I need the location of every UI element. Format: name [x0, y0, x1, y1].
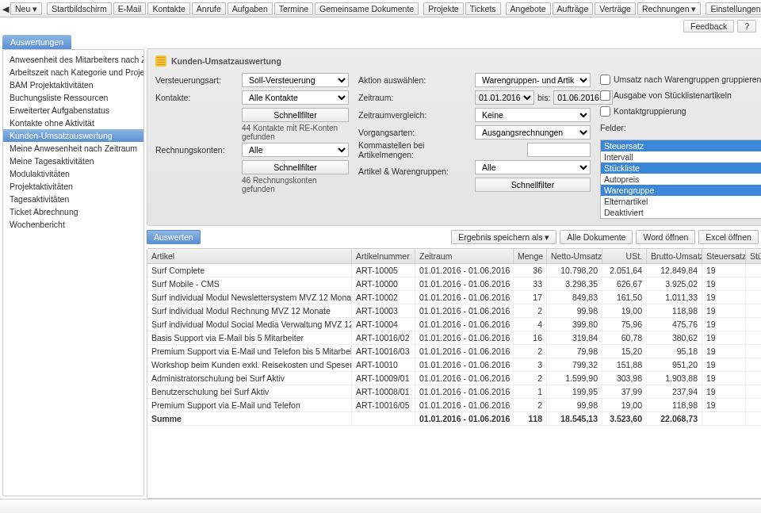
menu-auftraege[interactable]: Aufträge	[553, 2, 594, 15]
menu-gemeinsame-dokumente[interactable]: Gemeinsame Dokumente	[315, 2, 419, 15]
table-row[interactable]: Surf individual Modul Social Media Verwa…	[147, 318, 761, 331]
column-header[interactable]: Steuersatz	[702, 249, 746, 263]
menu-email[interactable]: E-Mail	[113, 2, 147, 15]
table-row[interactable]: Surf Mobile - CMSART-1000001.01.2016 - 0…	[147, 277, 761, 291]
sidebar-item[interactable]: Buchungsliste Ressourcen	[3, 91, 143, 104]
label-vorgangsarten: Vorgangsarten:	[358, 125, 465, 140]
hint-rechnungskonten: 46 Rechnungskonten gefunden	[242, 178, 349, 192]
nav-prev-icon[interactable]: ◀	[2, 3, 9, 14]
column-header[interactable]: Zeitraum	[415, 249, 514, 263]
feld-option[interactable]: Intervall	[601, 151, 761, 163]
tab-auswertungen[interactable]: Auswertungen	[2, 35, 71, 49]
help-button[interactable]: ?	[737, 20, 756, 33]
cb-kontaktgruppierung[interactable]	[600, 106, 610, 117]
table-row[interactable]: Basis Support via E-Mail bis 5 Mitarbeit…	[147, 331, 761, 345]
column-header[interactable]: Stückliste	[746, 249, 761, 263]
label-bis: bis:	[537, 93, 550, 102]
select-artikel-warengruppen[interactable]: Alle	[475, 160, 591, 174]
sidebar-item[interactable]: BAM Projektaktivitäten	[3, 78, 143, 91]
select-aktion[interactable]: Warengruppen- und Artikelauswertung	[475, 73, 591, 87]
menu-kontakte[interactable]: Kontakte	[147, 2, 189, 15]
menu-einstellungen[interactable]: Einstellungen	[706, 2, 761, 15]
select-versteuerungsart[interactable]: Soll-Versteuerung	[242, 73, 349, 87]
table-row[interactable]: Premium Support via E-Mail und Telefon b…	[147, 345, 761, 358]
table-row[interactable]: Surf individual Modul Newslettersystem M…	[147, 291, 761, 304]
ergebnis-speichern-button[interactable]: Ergebnis speichern als ▾	[451, 230, 556, 244]
sidebar-item[interactable]: Projektaktivitäten	[3, 180, 143, 193]
menu-neu[interactable]: Neu ▾	[10, 2, 42, 15]
table-row[interactable]: Premium Support via E-Mail und TelefonAR…	[147, 399, 761, 412]
date-from[interactable]: 01.01.2016	[475, 90, 534, 105]
column-header[interactable]: Netto-Umsatz	[547, 249, 602, 263]
table-row[interactable]: Workshop beim Kunden exkl. Reisekosten u…	[147, 358, 761, 372]
sidebar-item[interactable]: Ticket Abrechnung	[3, 205, 143, 218]
grid-header: ArtikelArtikelnummerZeitraumMengeNetto-U…	[147, 249, 761, 264]
feld-option[interactable]: Stückliste	[601, 163, 761, 174]
label-kontakte: Kontakte:	[155, 90, 232, 105]
column-header[interactable]: Artikel	[147, 249, 352, 263]
input-kommastellen[interactable]	[527, 143, 591, 157]
panel-title: Kunden-Umsatzauswertung	[155, 55, 761, 67]
select-vorgangsarten[interactable]: Ausgangsrechnungen	[475, 125, 591, 140]
sidebar-item[interactable]: Kunden-Umsatzauswertung	[3, 129, 143, 142]
menu-rechnungen[interactable]: Rechnungen ▾	[637, 2, 701, 15]
label-versteuerungsart: Versteuerungsart:	[155, 73, 232, 87]
select-zeitraumvergleich[interactable]: Keine	[475, 108, 591, 122]
sidebar-item[interactable]: Modulaktivitäten	[3, 167, 143, 180]
column-header[interactable]: USt.	[602, 249, 647, 263]
sidebar-item[interactable]: Tagesaktivitäten	[3, 193, 143, 205]
label-artikel-warengruppen: Artikel & Warengruppen:	[358, 160, 465, 182]
feedback-button[interactable]: Feedback	[683, 20, 734, 33]
auswerten-button[interactable]: Auswerten	[147, 230, 201, 244]
sidebar-item[interactable]: Meine Anwesenheit nach Zeitraum	[3, 142, 143, 155]
sidebar-item[interactable]: Anwesenheit des Mitarbeiters nach Zeitra…	[3, 53, 143, 66]
menu-vertraege[interactable]: Verträge	[595, 2, 636, 15]
column-header[interactable]: Brutto-Umsatz	[647, 249, 702, 263]
schnellfilter-kontakte-button[interactable]: Schnellfilter	[242, 108, 349, 122]
schnellfilter-rechnungskonten-button[interactable]: Schnellfilter	[242, 160, 349, 174]
sidebar-item[interactable]: Arbeitszeit nach Kategorie und Projekt	[3, 66, 143, 78]
table-row[interactable]: Administratorschulung bei Surf AktivART-…	[147, 372, 761, 385]
menu-anrufe[interactable]: Anrufe	[192, 2, 226, 15]
select-kontakte[interactable]: Alle Kontakte	[242, 90, 349, 105]
filter-panel: Kunden-Umsatzauswertung Versteuerungsart…	[147, 48, 761, 226]
result-grid: ArtikelArtikelnummerZeitraumMengeNetto-U…	[147, 248, 761, 499]
sidebar-item[interactable]: Meine Tagesaktivitäten	[3, 155, 143, 167]
feld-option[interactable]: Warengruppe	[601, 185, 761, 196]
sidebar-item[interactable]: Wochenbericht	[3, 218, 143, 231]
report-list: Anwesenheit des Mitarbeiters nach Zeitra…	[2, 49, 144, 496]
menu-termine[interactable]: Termine	[274, 2, 313, 15]
schnellfilter-artikel-button[interactable]: Schnellfilter	[475, 178, 591, 192]
feld-option[interactable]: Elternartikel	[601, 196, 761, 207]
sidebar-item[interactable]: Kontakte ohne Aktivität	[3, 117, 143, 129]
cb-umsatz-gruppieren[interactable]	[600, 75, 610, 85]
label-aktion: Aktion auswählen:	[358, 73, 465, 87]
cb-stuecklistenartikel[interactable]	[600, 90, 610, 101]
table-row[interactable]: Surf individual Modul Rechnung MVZ 12 Mo…	[147, 304, 761, 318]
felder-listbox[interactable]: SteuersatzIntervallStücklisteAutopreisWa…	[600, 140, 761, 219]
hint-kontakte: 44 Kontakte mit RE-Konten gefunden	[242, 125, 349, 140]
menu-tickets[interactable]: Tickets	[465, 2, 501, 15]
report-icon	[155, 55, 166, 67]
label-rechnungskonten: Rechnungskonten:	[155, 143, 232, 157]
column-header[interactable]: Menge	[514, 249, 547, 263]
excel-oeffnen-button[interactable]: Excel öffnen	[698, 230, 759, 244]
menu-aufgaben[interactable]: Aufgaben	[228, 2, 273, 15]
main-menubar: ◀ Neu ▾ Startbildschirm E-Mail Kontakte …	[0, 0, 761, 17]
feld-option[interactable]: Steuersatz	[601, 140, 761, 151]
status-bar	[0, 499, 761, 513]
column-header[interactable]: Artikelnummer	[352, 249, 415, 263]
label-zeitraum: Zeitraum:	[358, 90, 465, 105]
feld-option[interactable]: Autopreis	[601, 174, 761, 185]
menu-angebote[interactable]: Angebote	[506, 2, 551, 15]
sidebar-item[interactable]: Erweiterter Aufgabenstatus	[3, 104, 143, 117]
select-rechnungskonten[interactable]: Alle	[242, 143, 349, 157]
table-row[interactable]: Benutzerschulung bei Surf AktivART-10008…	[147, 385, 761, 399]
table-row[interactable]: Surf CompleteART-1000501.01.2016 - 01.06…	[147, 264, 761, 277]
menu-startbildschirm[interactable]: Startbildschirm	[47, 2, 111, 15]
alle-dokumente-button[interactable]: Alle Dokumente	[560, 230, 633, 244]
word-oeffnen-button[interactable]: Word öffnen	[636, 230, 695, 244]
feld-option[interactable]: Deaktiviert	[601, 207, 761, 218]
menu-projekte[interactable]: Projekte	[423, 2, 464, 15]
action-bar: Auswerten Ergebnis speichern als ▾ Alle …	[147, 229, 761, 245]
